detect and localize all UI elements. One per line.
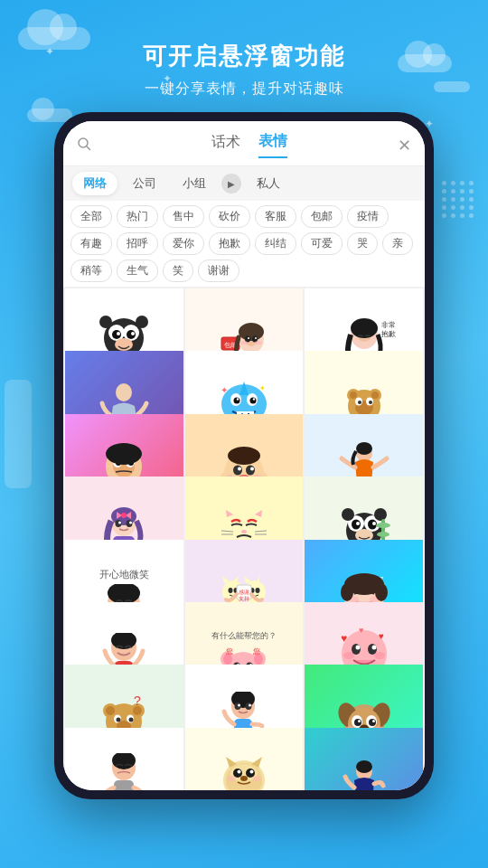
svg-point-172 [129, 717, 134, 722]
svg-point-159 [343, 652, 354, 659]
tag-thanks[interactable]: 谢谢 [198, 259, 239, 282]
svg-point-133 [341, 583, 353, 601]
svg-point-72 [356, 442, 372, 455]
cat-tab-company[interactable]: 公司 [122, 172, 167, 195]
tag-fun[interactable]: 有趣 [70, 232, 112, 255]
tag-greet[interactable]: 招呼 [117, 232, 158, 255]
svg-point-134 [375, 583, 388, 601]
cat-tab-group[interactable]: 小组 [172, 172, 217, 195]
star-deco-1: ✦ [45, 45, 54, 58]
tag-epidemic[interactable]: 疫情 [347, 205, 389, 228]
tag-angry[interactable]: 生气 [117, 259, 158, 282]
svg-point-188 [354, 719, 361, 726]
close-button[interactable]: ✕ [398, 136, 411, 156]
svg-point-167 [106, 706, 115, 715]
tag-cry[interactable]: 哭 [347, 232, 378, 255]
svg-text:✦: ✦ [259, 384, 266, 392]
dots-deco [442, 181, 474, 218]
svg-point-117 [228, 588, 232, 593]
svg-point-157 [355, 645, 360, 649]
tag-hot[interactable]: 热门 [117, 205, 158, 228]
svg-point-51 [369, 401, 372, 404]
tag-struggle[interactable]: 纠结 [255, 232, 296, 255]
svg-point-10 [99, 316, 112, 328]
svg-point-191 [372, 720, 375, 722]
cat-tab-network[interactable]: 网络 [72, 172, 117, 195]
svg-point-207 [246, 769, 255, 778]
sub-title: 一键分享表情，提升对话趣味 [143, 80, 345, 99]
svg-point-101 [372, 522, 376, 525]
svg-point-77 [121, 513, 127, 518]
tag-bargain[interactable]: 砍价 [209, 205, 250, 228]
tag-dear[interactable]: 亲 [382, 232, 413, 255]
svg-point-208 [237, 769, 240, 773]
svg-point-212 [252, 776, 261, 781]
side-peek [5, 380, 32, 488]
svg-text:支持: 支持 [239, 596, 249, 601]
tag-smile[interactable]: 笑 [163, 259, 193, 282]
category-tabs: 网络 公司 小组 ▶ 私人 [63, 166, 425, 201]
svg-point-67 [250, 467, 254, 471]
svg-point-21 [240, 341, 248, 344]
sticker-grid: 超级爱你 包邮 [63, 287, 425, 790]
svg-point-210 [240, 776, 248, 781]
svg-point-22 [255, 341, 262, 344]
svg-point-206 [233, 769, 242, 778]
svg-point-214 [356, 760, 372, 773]
play-button[interactable]: ▶ [221, 174, 241, 193]
tag-service[interactable]: 客服 [255, 205, 296, 228]
svg-point-90 [241, 530, 247, 533]
svg-point-28 [116, 383, 132, 401]
svg-point-19 [248, 337, 249, 339]
svg-point-34 [249, 397, 256, 403]
tag-cute[interactable]: 可爱 [301, 232, 343, 255]
svg-point-46 [371, 392, 379, 399]
tag-love[interactable]: 爱你 [163, 232, 204, 255]
sticker-22[interactable]: 拜 再请你我我选择 [65, 728, 183, 790]
svg-text:♥: ♥ [359, 626, 363, 635]
svg-point-189 [369, 719, 376, 726]
app-header: 话术 表情 ✕ [63, 121, 425, 166]
svg-point-36 [253, 398, 255, 400]
svg-point-107 [377, 532, 389, 537]
tags-area: 全部 热门 售中 砍价 客服 包邮 疫情 有趣 招呼 爱你 抱歉 纠结 可爱 哭… [63, 201, 425, 287]
svg-rect-199 [114, 780, 134, 790]
svg-text:您: 您 [225, 647, 233, 656]
svg-point-35 [237, 398, 239, 400]
main-title: 可开启悬浮窗功能 [143, 41, 345, 72]
svg-point-180 [249, 704, 251, 707]
svg-point-70 [228, 447, 260, 465]
svg-text:♥: ♥ [341, 632, 347, 645]
svg-point-7 [117, 332, 120, 335]
tab-biaoqing[interactable]: 表情 [258, 132, 287, 158]
svg-point-80 [118, 521, 121, 524]
tag-shipping[interactable]: 包邮 [301, 205, 343, 228]
search-row: 话术 表情 ✕ [77, 132, 411, 158]
svg-point-100 [356, 522, 360, 525]
svg-text:✦: ✦ [221, 385, 228, 395]
svg-point-45 [350, 392, 357, 399]
sticker-24[interactable] [305, 728, 423, 790]
tag-all[interactable]: 全部 [70, 205, 112, 228]
svg-point-8 [131, 332, 135, 335]
sticker-23[interactable]: 旺 [185, 728, 304, 790]
svg-point-26 [351, 318, 378, 338]
svg-text:♥: ♥ [379, 631, 384, 641]
tag-wait[interactable]: 稍等 [70, 259, 112, 282]
svg-point-179 [238, 704, 240, 707]
cloud-deco-4 [434, 81, 470, 92]
svg-point-81 [129, 521, 132, 524]
cat-tab-private[interactable]: 私人 [246, 172, 291, 195]
svg-point-20 [255, 337, 257, 339]
svg-point-11 [136, 316, 148, 328]
svg-point-171 [117, 717, 121, 722]
svg-point-211 [227, 776, 236, 781]
search-icon[interactable] [77, 137, 91, 155]
svg-point-58 [106, 443, 142, 465]
cloud-deco-2 [398, 54, 452, 72]
svg-point-160 [374, 652, 385, 659]
tab-huashu[interactable]: 话术 [211, 133, 240, 157]
tag-sorry[interactable]: 抱歉 [209, 232, 250, 255]
svg-point-158 [371, 645, 376, 649]
tag-selling[interactable]: 售中 [163, 205, 204, 228]
